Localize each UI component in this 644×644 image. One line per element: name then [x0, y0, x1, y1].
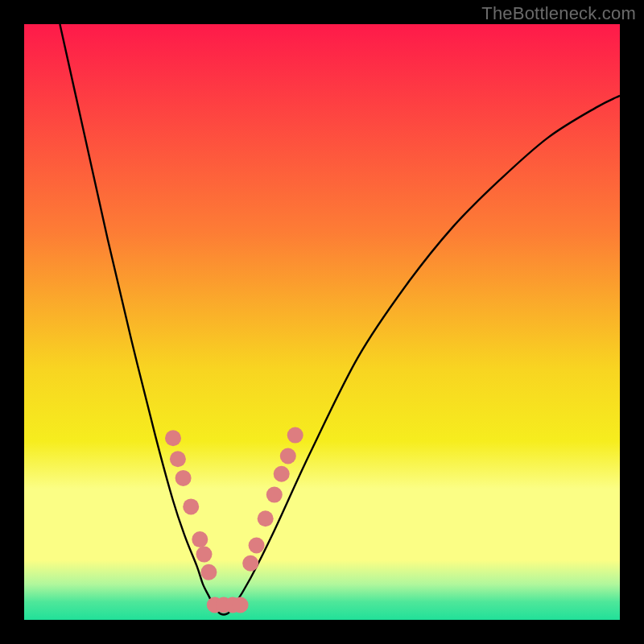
curve-line [60, 24, 620, 615]
data-marker [274, 466, 290, 482]
data-marker [258, 510, 274, 526]
watermark-text: TheBottleneck.com [481, 3, 636, 24]
chart-frame [24, 24, 620, 620]
data-marker [266, 487, 283, 503]
data-marker [287, 427, 303, 444]
data-marker [233, 597, 249, 613]
data-marker [175, 470, 192, 486]
data-marker [196, 547, 213, 563]
data-marker [280, 448, 296, 464]
data-marker [242, 555, 258, 572]
data-marker [192, 531, 208, 547]
chart-plot [24, 24, 620, 620]
data-marker [200, 564, 217, 580]
data-marker [249, 538, 265, 554]
data-marker [170, 451, 186, 467]
curve-markers [165, 427, 303, 613]
data-marker [165, 430, 181, 446]
data-marker [183, 498, 199, 514]
